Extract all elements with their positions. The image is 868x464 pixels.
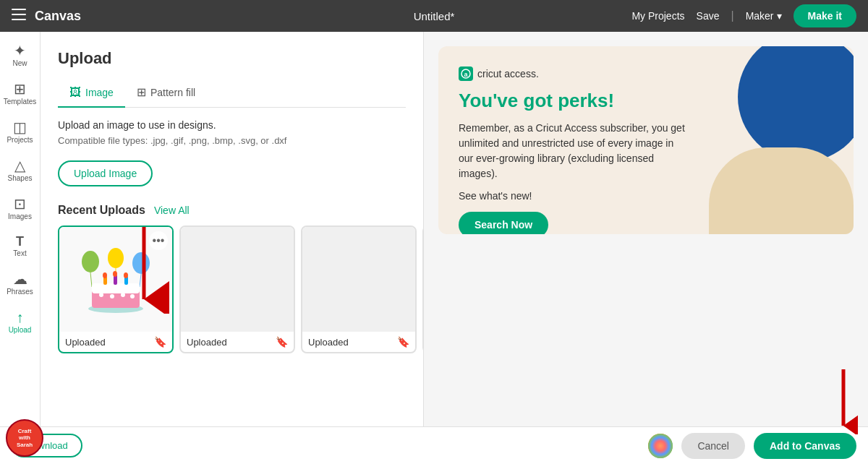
app-logo: Canvas [35, 9, 81, 24]
user-avatar [648, 434, 673, 458]
text-icon: T [16, 235, 24, 248]
images-icon: ⊡ [14, 197, 26, 211]
upload-image-button[interactable]: Upload Image [58, 160, 153, 186]
ad-search-button[interactable]: Search Now [459, 212, 548, 234]
sidebar-item-new[interactable]: ✦ New [3, 38, 38, 73]
svg-point-18 [113, 271, 117, 277]
new-icon: ✦ [14, 43, 26, 58]
upload-item-0[interactable]: ••• Uploaded 🔖 [58, 225, 174, 353]
sidebar-label-projects: Projects [7, 136, 33, 144]
bottom-right: Cancel Add to Canvas [648, 433, 856, 459]
make-it-button[interactable]: Make it [793, 4, 856, 27]
item-more-button-0[interactable]: ••• [149, 231, 168, 250]
cricut-access-ad: a cricut access. You've got perks! Remem… [438, 46, 854, 234]
sidebar-item-phrases[interactable]: ☁ Phrases [3, 266, 38, 301]
templates-icon: ⊞ [14, 82, 26, 96]
svg-rect-13 [92, 283, 140, 293]
upload-panel: Upload 🖼 Image ⊞ Pattern fill Upload an … [41, 32, 424, 426]
upload-item-3[interactable]: Uploaded 🔖 [422, 225, 424, 353]
cricut-logo-icon: a [459, 66, 473, 81]
upload-item-1-footer: Uploaded 🔖 [181, 332, 294, 352]
ad-panel: a cricut access. You've got perks! Remem… [424, 32, 868, 426]
add-to-canvas-button[interactable]: Add to Canvas [754, 433, 856, 459]
view-all-link[interactable]: View All [154, 205, 190, 216]
sidebar-label-new: New [12, 59, 27, 67]
craft-with-sarah-badge: CraftwithSarah [6, 419, 43, 457]
sidebar-item-projects[interactable]: ◫ Projects [3, 114, 38, 150]
svg-line-6 [90, 272, 92, 287]
svg-point-17 [103, 272, 107, 278]
upload-item-2-preview [302, 227, 415, 332]
svg-point-9 [132, 252, 150, 274]
svg-point-5 [82, 251, 99, 272]
sidebar-item-shapes[interactable]: △ Shapes [3, 152, 38, 188]
svg-rect-1 [12, 14, 26, 15]
my-projects-link[interactable]: My Projects [631, 10, 684, 22]
sidebar-label-templates: Templates [4, 98, 37, 106]
ad-content: a cricut access. You've got perks! Remem… [438, 46, 709, 234]
ad-body-text: Remember, as a Cricut Access subscriber,… [459, 121, 689, 181]
bookmark-icon-1[interactable]: 🔖 [276, 336, 288, 348]
upload-item-1-preview [181, 227, 294, 332]
svg-point-23 [130, 294, 135, 298]
upload-tabs: 🖼 Image ⊞ Pattern fill [58, 80, 406, 108]
sidebar-label-phrases: Phrases [7, 288, 33, 296]
upload-item-2-label: Uploaded [308, 337, 349, 348]
sidebar-label-upload: Upload [9, 326, 32, 334]
cake-image [76, 240, 156, 319]
sidebar-item-templates[interactable]: ⊞ Templates [3, 76, 38, 111]
upload-item-0-preview: ••• [59, 227, 172, 332]
image-grid: ••• Uploaded 🔖 Uploaded 🔖 [58, 225, 406, 353]
machine-selector[interactable]: Maker ▾ [746, 10, 782, 22]
tab-image[interactable]: 🖼 Image [58, 80, 125, 108]
upload-item-0-label: Uploaded [65, 337, 106, 348]
svg-point-19 [124, 272, 128, 278]
upload-item-1[interactable]: Uploaded 🔖 [179, 225, 295, 353]
ad-logo: a cricut access. [459, 66, 689, 81]
tab-pattern-label: Pattern fill [150, 87, 195, 98]
cancel-button[interactable]: Cancel [681, 433, 745, 459]
save-button[interactable]: Save [697, 10, 720, 22]
recent-uploads-title: Recent Uploads [58, 204, 145, 217]
svg-rect-2 [12, 19, 26, 20]
sidebar: ✦ New ⊞ Templates ◫ Projects △ Shapes ⊡ … [0, 32, 41, 426]
svg-rect-0 [12, 9, 26, 10]
upload-item-2-footer: Uploaded 🔖 [302, 332, 415, 352]
bookmark-icon-2[interactable]: 🔖 [397, 336, 409, 348]
svg-line-10 [140, 274, 141, 287]
upload-description: Upload an image to use in designs. [58, 119, 406, 131]
placeholder-2 [302, 227, 415, 332]
upload-title: Upload [58, 49, 406, 68]
svg-point-26 [648, 434, 673, 458]
svg-point-21 [110, 294, 114, 298]
ad-blue-decoration [738, 46, 854, 162]
sidebar-item-upload[interactable]: ↑ Upload [3, 304, 38, 340]
bookmark-icon-0[interactable]: 🔖 [154, 336, 166, 348]
image-tab-icon: 🖼 [69, 86, 81, 99]
ad-headline: You've got perks! [459, 90, 689, 112]
svg-point-7 [108, 248, 124, 268]
sidebar-item-text[interactable]: T Text [3, 229, 38, 263]
pattern-tab-icon: ⊞ [137, 85, 146, 99]
upload-icon: ↑ [17, 310, 24, 325]
sidebar-item-images[interactable]: ⊡ Images [3, 191, 38, 226]
top-nav: Canvas Untitled* My Projects Save | Make… [0, 0, 868, 32]
document-title: Untitled* [414, 10, 455, 22]
tab-pattern-fill[interactable]: ⊞ Pattern fill [125, 80, 207, 108]
ad-see-new: See what's new! [459, 190, 689, 202]
sidebar-label-images: Images [8, 212, 32, 220]
upload-item-2[interactable]: Uploaded 🔖 [301, 225, 417, 353]
placeholder-1 [181, 227, 294, 332]
menu-icon[interactable] [12, 9, 26, 23]
chevron-down-icon: ▾ [777, 10, 782, 22]
nav-right: My Projects Save | Maker ▾ Make it [631, 4, 856, 27]
ad-logo-text: cricut access. [477, 68, 539, 80]
upload-item-1-label: Uploaded [187, 337, 227, 348]
projects-icon: ◫ [13, 120, 27, 134]
sidebar-label-shapes: Shapes [8, 174, 33, 182]
svg-point-20 [99, 293, 103, 297]
main-layout: ✦ New ⊞ Templates ◫ Projects △ Shapes ⊡ … [0, 32, 868, 426]
separator: | [731, 9, 733, 22]
phrases-icon: ☁ [13, 272, 27, 286]
tab-image-label: Image [85, 87, 114, 98]
